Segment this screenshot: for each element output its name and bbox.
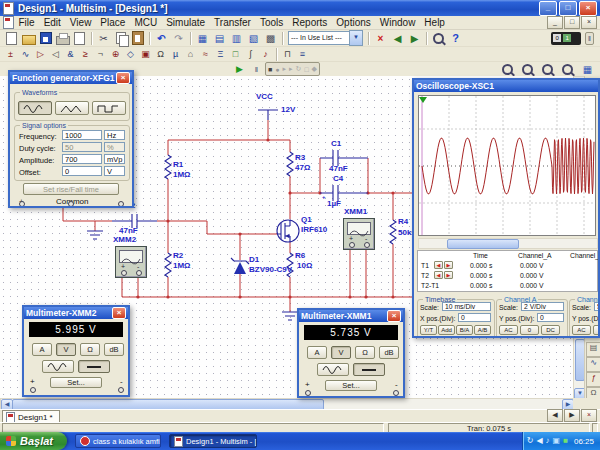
forward-annotate-icon[interactable]: ▶ [406,31,423,46]
tab-scroll-right-icon[interactable]: ▶ [564,409,580,422]
xmm1-volt-button[interactable]: V [331,346,351,359]
multimeter-xmm1-titlebar[interactable]: Multimeter-XMM1 × [299,310,403,322]
menu-mcu[interactable]: MCU [130,17,162,28]
restore-button[interactable]: □ [559,1,577,16]
menu-place[interactable]: Place [96,17,130,28]
place-cmos-icon[interactable]: ¬ [93,48,108,61]
place-transistor-icon[interactable]: ◁ [48,48,63,61]
channel-a-ypos-input[interactable]: 0 [537,313,564,322]
pause-simulation-button[interactable]: ‖ [585,32,594,45]
taskbar-clock[interactable]: 06:25 [574,437,594,446]
save-icon[interactable] [37,31,54,46]
mosfet-Q1-symbol[interactable] [277,220,299,242]
place-diode-icon[interactable]: ▷ [33,48,48,61]
close-button[interactable]: × [579,1,597,16]
xmm1-ac-mode-button[interactable] [317,363,349,376]
xmm2-set-button[interactable]: Set... [50,377,102,388]
paste-icon[interactable] [129,31,146,46]
xmm2-plus-terminal[interactable]: + [30,377,35,386]
t2-right-icon[interactable]: ▶ [444,271,453,279]
mdi-close-button[interactable]: × [581,16,597,29]
scope-scrollbar[interactable] [418,238,598,249]
t1-left-icon[interactable]: ◀ [434,261,443,269]
xmm2-ac-mode-button[interactable] [42,360,74,373]
multimeter-xmm2-close-icon[interactable]: × [112,307,126,319]
xmm2-ohm-button[interactable]: Ω [80,343,100,356]
menu-reports[interactable]: Reports [288,17,332,28]
redo-icon[interactable]: ↷ [170,31,187,46]
menu-window[interactable]: Window [375,17,420,28]
fullscreen-icon[interactable]: ▦ [579,62,596,77]
ground-symbol-output[interactable] [282,312,298,320]
xmm2-volt-button[interactable]: V [56,343,76,356]
menu-edit[interactable]: Edit [39,17,65,28]
xmm2-ampere-button[interactable]: A [32,343,52,356]
ba-mode-button[interactable]: B/A [456,325,473,335]
place-electromech-icon[interactable]: Ξ [213,48,228,61]
multimeter-xmm1-close-icon[interactable]: × [387,310,401,322]
place-ni-component-icon[interactable]: □ [228,48,243,61]
channel-b-zero-button[interactable]: 0 [593,325,600,335]
spreadsheet-view-icon[interactable]: ▤ [211,31,228,46]
frequency-input[interactable]: 1000 [62,130,102,140]
zoom-in-icon[interactable] [499,62,516,77]
in-use-list-value[interactable]: --- In Use List --- [288,31,349,45]
amplitude-unit[interactable]: mVp [104,154,125,164]
duty-cycle-input[interactable]: 50 [62,142,102,152]
timebase-xpos-input[interactable]: 0 [458,313,491,322]
place-misc-icon[interactable]: µ [168,48,183,61]
place-bus-icon[interactable]: ≡ [295,48,310,61]
set-rise-fall-button[interactable]: Set rise/Fall time [23,183,119,195]
place-power-icon[interactable]: Ω [153,48,168,61]
zoom-out-icon[interactable] [519,62,536,77]
close-tab-icon[interactable]: × [581,409,597,422]
xmm1-db-button[interactable]: dB [379,346,399,359]
in-use-list[interactable]: --- In Use List --- ▼ [288,31,363,45]
bode-plotter-instrument-icon[interactable]: ∿ [586,357,600,372]
duty-cycle-unit[interactable]: % [104,142,125,152]
pause-icon[interactable]: ‖ [248,62,265,77]
ground-symbol-input[interactable] [87,231,103,239]
menu-transfer[interactable]: Transfer [210,17,256,28]
multimeter-xmm2-titlebar[interactable]: Multimeter-XMM2 × [24,307,128,319]
channel-a-ac-button[interactable]: AC [499,325,518,335]
place-advanced-peripherals-icon[interactable]: ⌂ [183,48,198,61]
yt-mode-button[interactable]: Y/T [420,325,437,335]
tray-network-icon[interactable]: ▣ [553,436,561,446]
place-mcu-icon[interactable]: ♪ [258,48,273,61]
minimize-button[interactable]: _ [539,1,557,16]
toggle-grid-icon[interactable]: ▦ [194,31,211,46]
place-basic-icon[interactable]: ∿ [18,48,33,61]
xmm1-instrument-symbol[interactable]: + - [343,218,375,250]
record-icon[interactable]: ● [275,66,279,73]
xmm2-dc-mode-button[interactable] [78,360,110,373]
database-manager-icon[interactable]: ▥ [228,31,245,46]
amplitude-input[interactable]: 700 [62,154,102,164]
t2-left-icon[interactable]: ◀ [434,271,443,279]
undo-icon[interactable]: ↶ [153,31,170,46]
menu-help[interactable]: Help [420,17,450,28]
offset-input[interactable]: 0 [62,166,102,176]
square-wave-button[interactable] [92,101,126,115]
taskbar-item-browser[interactable]: class a kulaklık amfisi ... [75,434,161,448]
taskbar-item-multisim[interactable]: Design1 - Multisim - [... [169,434,257,448]
xmm2-instrument-symbol[interactable]: + - [115,246,147,278]
ab-mode-button[interactable]: A/B [474,325,491,335]
stop-icon[interactable]: ■ [268,66,272,73]
find-icon[interactable] [430,31,447,46]
zoom-fit-icon[interactable] [559,62,576,77]
electrical-rules-check-icon[interactable]: × [372,31,389,46]
menu-tools[interactable]: Tools [255,17,287,28]
xmm2-minus-terminal[interactable]: - [120,377,123,386]
hierarchical-block-icon[interactable]: ⊓ [280,48,295,61]
back-annotate-icon[interactable]: ◀ [389,31,406,46]
place-ttl-icon[interactable]: ≥ [78,48,93,61]
print-icon[interactable] [54,31,71,46]
resistor-R2-symbol[interactable] [165,253,171,277]
start-button[interactable]: Başlat [0,432,67,450]
place-analog-icon[interactable]: & [63,48,78,61]
help-icon[interactable]: ? [447,31,464,46]
xmm1-plus-terminal[interactable]: + [305,380,310,389]
channel-b-scale-input[interactable]: 5 V [594,302,600,311]
run-simulation-switch[interactable]: 01 [551,32,581,45]
